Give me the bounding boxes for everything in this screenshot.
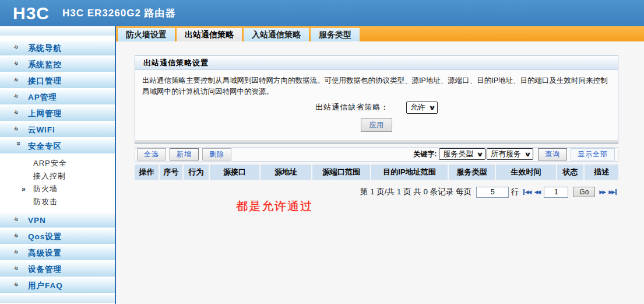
sidebar-item-vpn[interactable]: » VPN [0, 213, 115, 228]
sidebar-item-system-monitor[interactable]: » 系统监控 [0, 57, 115, 72]
tab-service-type[interactable]: 服务类型 [311, 28, 360, 41]
chevron-down-icon: ∨ [524, 151, 532, 158]
sidebar-bottom-strip [0, 295, 115, 303]
menu-arrow-icon: » [13, 247, 25, 259]
sidebar-item-label: Qos设置 [28, 232, 62, 242]
tab-label: 入站通信策略 [252, 30, 301, 39]
pagination-info: 第 1 页/共 1 页 共 0 条记录 每页 [360, 187, 471, 197]
add-button[interactable]: 新增 [170, 148, 199, 160]
rows-suffix: 行 [511, 187, 519, 197]
submenu-item-firewall[interactable]: » 防火墙 [0, 183, 115, 195]
select-all-button[interactable]: 全选 [137, 148, 166, 160]
sidebar-item-label: 安全专区 [28, 141, 62, 152]
sidebar-item-security-zone[interactable]: » 安全专区 [0, 139, 115, 153]
panel-body: 出站通信策略主要控制从局域网到因特网方向的数据流。可使用数据包的协议类型、源IP… [135, 70, 618, 140]
tab-firewall-settings[interactable]: 防火墙设置 [118, 28, 175, 41]
default-policy-label: 出站通信缺省策略： [315, 103, 389, 111]
submenu-item-access-control[interactable]: 接入控制 [0, 170, 115, 183]
last-page-icon[interactable]: ▶▶ [608, 189, 617, 195]
column-header-src-port-range: 源端口范围 [312, 165, 370, 180]
menu-arrow-icon: » [13, 59, 25, 71]
tab-outbound-policy[interactable]: 出站通信策略 [177, 28, 242, 41]
filter-field-value: 服务类型 [443, 149, 473, 159]
sidebar-item-interface-mgmt[interactable]: » 接口管理 [0, 74, 115, 88]
sidebar-item-label: 设备管理 [28, 264, 62, 275]
sidebar-item-label: 系统导航 [28, 43, 62, 54]
column-header-src-address: 源地址 [261, 165, 311, 180]
sidebar-item-label: 用户FAQ [28, 281, 63, 291]
red-annotation-text: 都是允许通过 [236, 198, 313, 214]
tab-bar: 防火墙设置 出站通信策略 入站通信策略 服务类型 [116, 26, 644, 41]
menu-arrow-icon: » [13, 264, 25, 275]
column-header-index: 序号 [160, 165, 182, 180]
search-button[interactable]: 查询 [538, 148, 567, 160]
delete-button[interactable]: 删除 [202, 148, 231, 160]
column-header-src-interface: 源接口 [210, 165, 259, 180]
sidebar-item-label: 云WiFi [28, 125, 55, 135]
sidebar-item-label: 高级设置 [28, 248, 62, 258]
column-header-status: 状态 [557, 165, 583, 180]
column-header-service-type: 服务类型 [449, 165, 495, 180]
content-area: 防火墙设置 出站通信策略 入站通信策略 服务类型 出站通信策略设置 出站通信策略… [115, 26, 644, 304]
chevron-down-icon: ∨ [476, 151, 484, 158]
column-header-action: 操作 [135, 165, 159, 180]
sidebar-item-internet-mgmt[interactable]: » 上网管理 [0, 106, 115, 121]
menu-arrow-icon: » [13, 108, 25, 120]
column-header-effective-time: 生效时间 [496, 165, 556, 180]
column-header-description: 描述 [585, 165, 618, 180]
tab-inbound-policy[interactable]: 入站通信策略 [244, 28, 309, 41]
default-policy-value: 允许 [410, 102, 425, 113]
page-title: H3C ER3260G2 路由器 [62, 6, 176, 20]
filter-value-value: 所有服务 [491, 149, 521, 159]
sidebar-item-ap-mgmt[interactable]: » AP管理 [0, 90, 115, 104]
first-page-icon[interactable]: ◀◀ [523, 189, 531, 195]
prev-page-icon[interactable]: ◀◀ [534, 189, 540, 195]
submenu-item-arp-security[interactable]: ARP安全 [0, 157, 115, 170]
sidebar-item-system-nav[interactable]: » 系统导航 [0, 41, 115, 55]
sidebar-item-label: AP管理 [28, 92, 57, 103]
sidebar-item-label: 上网管理 [28, 109, 62, 119]
sidebar-item-user-faq[interactable]: » 用户FAQ [0, 278, 115, 293]
menu-arrow-expanded-icon: » [15, 142, 23, 151]
sidebar-item-advanced[interactable]: » 高级设置 [0, 246, 115, 260]
filter-field-select[interactable]: 服务类型 ∨ [439, 148, 485, 160]
sidebar-top-strip [0, 28, 115, 36]
rows-per-page-input[interactable] [476, 187, 509, 198]
sidebar-item-device-mgmt[interactable]: » 设备管理 [0, 262, 115, 277]
list-toolbar: 全选 新增 删除 关键字: 服务类型 ∨ 所有服务 ∨ 查询 显示全部 [135, 147, 618, 162]
main-layout: » 系统导航 » 系统监控 » 接口管理 » AP管理 » 上网管理 » 云Wi… [0, 26, 644, 304]
apply-row: 应用 [142, 118, 611, 132]
menu-arrow-icon: » [13, 231, 25, 243]
submenu-item-label: ARP安全 [33, 159, 67, 167]
toolbar-right-group: 关键字: 服务类型 ∨ 所有服务 ∨ 查询 显示全部 [413, 148, 615, 160]
sidebar-item-label: VPN [28, 216, 46, 225]
apply-button[interactable]: 应用 [361, 118, 392, 132]
sidebar: » 系统导航 » 系统监控 » 接口管理 » AP管理 » 上网管理 » 云Wi… [0, 26, 115, 304]
show-all-button[interactable]: 显示全部 [571, 148, 615, 160]
chevron-down-icon: ∨ [428, 104, 436, 111]
next-page-icon[interactable]: ▶▶ [599, 189, 605, 195]
keyword-label: 关键字: [413, 149, 437, 159]
sidebar-item-cloud-wifi[interactable]: » 云WiFi [0, 123, 115, 137]
sidebar-item-qos[interactable]: » Qos设置 [0, 229, 115, 244]
toolbar-left-group: 全选 新增 删除 [137, 148, 235, 160]
menu-arrow-icon: » [13, 215, 25, 226]
pagination-bar: 第 1 页/共 1 页 共 0 条记录 每页 行 ◀◀ ◀◀ Go ▶▶ ▶▶ [135, 187, 618, 198]
menu-arrow-icon: » [13, 124, 25, 136]
panel-footer-strip [135, 140, 618, 144]
submenu-item-label: 接入控制 [33, 172, 66, 180]
column-header-dst-ip-range: 目的IP地址范围 [371, 165, 448, 180]
default-policy-select[interactable]: 允许 ∨ [406, 102, 438, 114]
menu-arrow-icon: » [13, 75, 25, 87]
filter-value-select[interactable]: 所有服务 ∨ [487, 148, 533, 160]
h3c-logo: H3C [13, 4, 50, 23]
current-page-input[interactable] [544, 187, 568, 198]
submenu-item-label: 防攻击 [33, 197, 58, 206]
security-submenu: ARP安全 接入控制 » 防火墙 防攻击 [0, 155, 115, 213]
menu-arrow-icon: » [13, 43, 25, 54]
submenu-arrow-icon: » [22, 183, 26, 195]
submenu-item-anti-attack[interactable]: 防攻击 [0, 195, 115, 208]
go-button[interactable]: Go [573, 187, 595, 197]
app-header: H3C H3C ER3260G2 路由器 [0, 0, 644, 26]
policy-table-header: 操作 序号 行为 源接口 源地址 源端口范围 目的IP地址范围 服务类型 生效时… [135, 165, 618, 180]
